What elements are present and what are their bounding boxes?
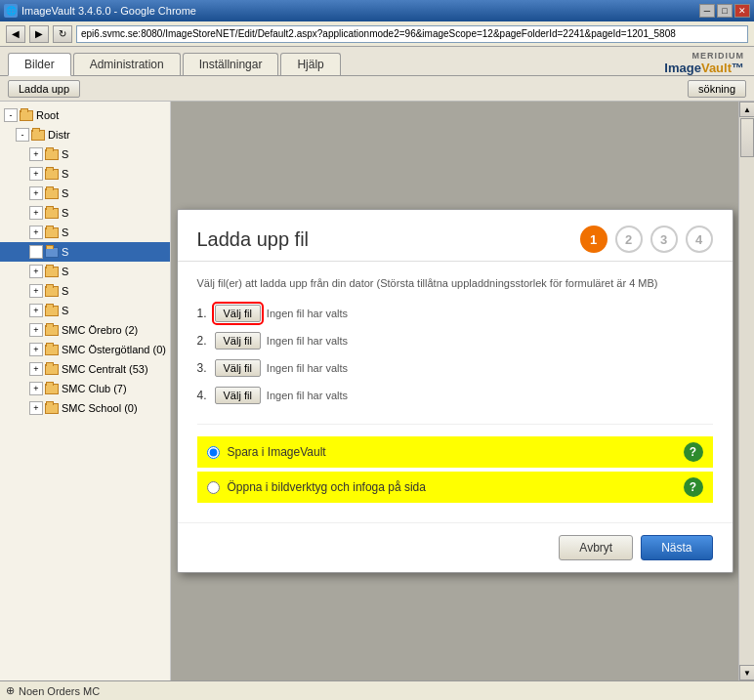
sub-toolbar: Ladda upp sökning xyxy=(0,76,754,102)
radio-row-open: Öppna i bildverktyg och infoga på sida ? xyxy=(197,472,713,503)
upload-button[interactable]: Ladda upp xyxy=(8,80,80,98)
tree-item-s3[interactable]: + S xyxy=(0,184,170,203)
expand-s2[interactable]: + xyxy=(29,167,43,181)
expand-s9[interactable]: + xyxy=(29,304,43,317)
logo-imagevault: ImageVault™ xyxy=(664,61,744,75)
cancel-button[interactable]: Avbryt xyxy=(559,535,633,560)
expand-centralt[interactable]: + xyxy=(29,362,43,376)
expand-s7[interactable]: + xyxy=(29,265,43,278)
upload-modal: Ladda upp fil 1 2 3 4 Välj fil(er) att l… xyxy=(177,209,733,573)
modal-overlay: Ladda upp fil 1 2 3 4 Välj fil(er) att l… xyxy=(171,102,738,680)
modal-footer: Avbryt Nästa xyxy=(178,522,733,572)
choose-file-btn-1[interactable]: Välj fil xyxy=(215,305,261,322)
step-indicators: 1 2 3 4 xyxy=(580,226,713,253)
file-number-4: 4. xyxy=(197,389,215,402)
tab-installningar[interactable]: Inställningar xyxy=(183,53,279,75)
scroll-down-button[interactable]: ▼ xyxy=(739,665,754,680)
status-text: ⊕ xyxy=(6,684,15,697)
expand-root[interactable]: - xyxy=(4,108,18,122)
tree-item-s4[interactable]: + S xyxy=(0,203,170,223)
expand-club[interactable]: + xyxy=(29,382,43,395)
file-number-3: 3. xyxy=(197,361,215,375)
logo-meridium: MERIDIUM xyxy=(692,51,745,61)
status-bar: ⊕ Noen Orders MC xyxy=(0,680,754,700)
no-file-text-2: Ingen fil har valts xyxy=(267,335,348,347)
main-content: Ladda upp fil 1 2 3 4 Välj fil(er) att l… xyxy=(171,102,738,680)
status-label: Noen Orders MC xyxy=(19,685,100,697)
scroll-up-button[interactable]: ▲ xyxy=(739,102,754,117)
expand-s6[interactable]: + xyxy=(29,245,43,259)
scrollbar-thumb[interactable] xyxy=(740,118,754,157)
tree-item-distr[interactable]: - Distr xyxy=(0,125,170,144)
folder-icon-root xyxy=(20,110,33,121)
expand-s8[interactable]: + xyxy=(29,284,43,298)
app-icon: 🌐 xyxy=(4,4,18,18)
choose-file-btn-2[interactable]: Välj fil xyxy=(215,332,261,350)
window-controls[interactable]: ─ □ ✕ xyxy=(699,4,750,18)
nav-tabs: Bilder Administration Inställningar Hjäl… xyxy=(0,47,754,76)
modal-body: Välj fil(er) att ladda upp från din dato… xyxy=(178,262,733,522)
back-button[interactable]: ◀ xyxy=(6,25,25,43)
step-4: 4 xyxy=(686,226,713,253)
next-button[interactable]: Nästa xyxy=(641,535,712,560)
forward-button[interactable]: ▶ xyxy=(29,25,49,43)
folder-icon-school xyxy=(45,403,59,414)
tree-item-club[interactable]: + SMC Club (7) xyxy=(0,379,170,398)
folder-icon-s3 xyxy=(45,188,59,199)
logo-area: MERIDIUM ImageVault™ xyxy=(664,51,744,75)
no-file-text-3: Ingen fil har valts xyxy=(267,362,348,374)
choose-file-btn-3[interactable]: Välj fil xyxy=(215,359,261,377)
file-number-1: 1. xyxy=(197,307,215,320)
tree-item-school[interactable]: + SMC School (0) xyxy=(0,398,170,418)
title-bar: 🌐 ImageVault 3.4.6.0 - Google Chrome ─ □… xyxy=(0,0,754,21)
help-icon-open[interactable]: ? xyxy=(684,477,703,497)
tab-hjalp[interactable]: Hjälp xyxy=(280,53,340,75)
folder-icon-distr xyxy=(31,130,45,141)
tree-item-s8[interactable]: + S xyxy=(0,281,170,301)
folder-icon-orebro xyxy=(45,325,59,336)
tab-administration[interactable]: Administration xyxy=(73,53,181,75)
tree-item-s6[interactable]: + S xyxy=(0,242,170,262)
tree-item-s1[interactable]: + S xyxy=(0,144,170,164)
tree-item-ostergotland[interactable]: + SMC Östergötland (0) xyxy=(0,340,170,359)
tab-bilder[interactable]: Bilder xyxy=(8,53,71,76)
tree-item-centralt[interactable]: + SMC Centralt (53) xyxy=(0,359,170,379)
maximize-button[interactable]: □ xyxy=(717,4,733,18)
radio-open[interactable] xyxy=(207,481,220,494)
tree-item-orebro[interactable]: + SMC Örebro (2) xyxy=(0,320,170,340)
folder-icon-ostergotland xyxy=(45,345,59,355)
minimize-button[interactable]: ─ xyxy=(699,4,715,18)
expand-s3[interactable]: + xyxy=(29,186,43,200)
search-button[interactable]: sökning xyxy=(688,80,746,98)
folder-icon-s7 xyxy=(45,267,59,277)
address-bar: ◀ ▶ ↻ xyxy=(0,21,754,47)
no-file-text-4: Ingen fil har valts xyxy=(267,390,348,401)
radio-save[interactable] xyxy=(207,446,220,459)
expand-s1[interactable]: + xyxy=(29,147,43,161)
tree-item-s9[interactable]: + S xyxy=(0,301,170,320)
expand-orebro[interactable]: + xyxy=(29,323,43,337)
expand-s5[interactable]: + xyxy=(29,226,43,239)
expand-distr[interactable]: - xyxy=(16,128,29,142)
scrollbar-track: ▲ ▼ xyxy=(738,102,754,680)
tree-item-s2[interactable]: + S xyxy=(0,164,170,184)
expand-school[interactable]: + xyxy=(29,401,43,415)
window-title: ImageVault 3.4.6.0 - Google Chrome xyxy=(21,5,196,17)
tree-item-root[interactable]: - Root xyxy=(0,105,170,125)
file-row-2: 2. Välj fil Ingen fil har valts xyxy=(197,332,713,350)
address-input[interactable] xyxy=(76,25,748,43)
radio-section: Spara i ImageVault ? Öppna i bildverktyg… xyxy=(197,424,713,503)
radio-save-label: Spara i ImageVault xyxy=(228,445,684,459)
expand-s4[interactable]: + xyxy=(29,206,43,220)
modal-title: Ladda upp fil xyxy=(197,228,310,251)
choose-file-btn-4[interactable]: Välj fil xyxy=(215,387,261,404)
modal-description: Välj fil(er) att ladda upp från din dato… xyxy=(197,277,713,289)
folder-icon-s2 xyxy=(45,169,59,180)
expand-ostergotland[interactable]: + xyxy=(29,343,43,356)
close-button[interactable]: ✕ xyxy=(734,4,750,18)
tree-item-s7[interactable]: + S xyxy=(0,262,170,281)
tree-item-s5[interactable]: + S xyxy=(0,223,170,242)
refresh-button[interactable]: ↻ xyxy=(53,25,72,43)
folder-icon-centralt xyxy=(45,364,59,375)
help-icon-save[interactable]: ? xyxy=(684,442,703,462)
